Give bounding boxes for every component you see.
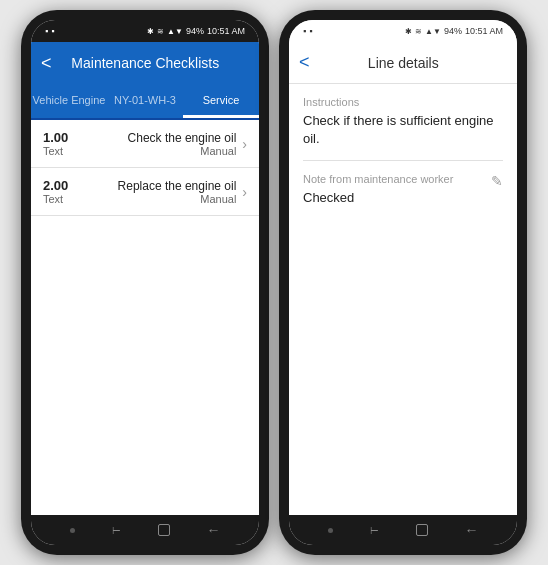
home-button-2[interactable] bbox=[416, 524, 428, 536]
sim-icon-3: ▪ bbox=[303, 26, 306, 36]
signal-icon-2: ▲▼ bbox=[425, 27, 441, 36]
content-area-2: Instructions Check if there is sufficien… bbox=[289, 84, 517, 515]
nav-dot-1 bbox=[70, 528, 75, 533]
battery-2: 94% bbox=[444, 26, 462, 36]
note-label: Note from maintenance worker bbox=[289, 161, 467, 187]
chevron-icon-2: › bbox=[242, 184, 247, 200]
tab-service[interactable]: Service bbox=[183, 84, 259, 118]
back-button-1[interactable]: < bbox=[41, 53, 52, 74]
signal-icon: ▲▼ bbox=[167, 27, 183, 36]
back-nav-button-2[interactable]: ← bbox=[465, 522, 479, 538]
header-title-2: Line details bbox=[318, 55, 489, 71]
tab-ny-01-wh-3[interactable]: NY-01-WH-3 bbox=[107, 84, 183, 118]
note-value: Checked bbox=[289, 187, 467, 219]
app-header-1: < Maintenance Checklists bbox=[31, 42, 259, 84]
sim-icon-4: ▪ bbox=[309, 26, 312, 36]
wifi-icon-2: ≋ bbox=[415, 27, 422, 36]
sim-icon-2: ▪ bbox=[51, 26, 54, 36]
item-2-type: Text bbox=[43, 193, 118, 205]
item-1-source: Manual bbox=[128, 145, 237, 157]
time-display-2: 10:51 AM bbox=[465, 26, 503, 36]
note-section-row: Note from maintenance worker Checked ✎ bbox=[289, 161, 517, 219]
instructions-label: Instructions bbox=[289, 84, 517, 110]
list-item-2[interactable]: 2.00 Text Replace the engine oil Manual … bbox=[31, 168, 259, 216]
bluetooth-icon-2: ✱ bbox=[405, 27, 412, 36]
bottom-nav-1: ⊢ ← bbox=[31, 515, 259, 545]
status-icons-left: ▪ ▪ bbox=[45, 26, 54, 36]
status-icons-right: ✱ ≋ ▲▼ 94% 10:51 AM bbox=[147, 26, 245, 36]
phone-2: ▪ ▪ ✱ ≋ ▲▼ 94% 10:51 AM < Line details I… bbox=[279, 10, 527, 555]
home-button-1[interactable] bbox=[158, 524, 170, 536]
chevron-icon-1: › bbox=[242, 136, 247, 152]
back-button-2[interactable]: < bbox=[299, 52, 310, 73]
battery-percent: 94% bbox=[186, 26, 204, 36]
back-nav-button-1[interactable]: ← bbox=[207, 522, 221, 538]
recents-button-2[interactable]: ⊢ bbox=[370, 525, 379, 536]
item-2-source: Manual bbox=[118, 193, 237, 205]
sim-icon: ▪ bbox=[45, 26, 48, 36]
status-bar-1: ▪ ▪ ✱ ≋ ▲▼ 94% 10:51 AM bbox=[31, 20, 259, 42]
content-area-1: 1.00 Text Check the engine oil Manual › … bbox=[31, 120, 259, 515]
item-1-number: 1.00 bbox=[43, 130, 128, 145]
instructions-value: Check if there is sufficient engine oil. bbox=[289, 110, 517, 160]
wifi-icon: ≋ bbox=[157, 27, 164, 36]
tab-vehicle-engine[interactable]: Vehicle Engine bbox=[31, 84, 107, 118]
bluetooth-icon: ✱ bbox=[147, 27, 154, 36]
bottom-nav-2: ⊢ ← bbox=[289, 515, 517, 545]
tab-bar-1: Vehicle Engine NY-01-WH-3 Service bbox=[31, 84, 259, 120]
list-item-1[interactable]: 1.00 Text Check the engine oil Manual › bbox=[31, 120, 259, 168]
item-1-type: Text bbox=[43, 145, 128, 157]
status-icons-right-2: ✱ ≋ ▲▼ 94% 10:51 AM bbox=[405, 26, 503, 36]
edit-icon[interactable]: ✎ bbox=[491, 161, 517, 189]
header-title-1: Maintenance Checklists bbox=[60, 55, 231, 71]
recents-button-1[interactable]: ⊢ bbox=[112, 525, 121, 536]
status-bar-2: ▪ ▪ ✱ ≋ ▲▼ 94% 10:51 AM bbox=[289, 20, 517, 42]
item-2-desc: Replace the engine oil bbox=[118, 179, 237, 193]
item-1-desc: Check the engine oil bbox=[128, 131, 237, 145]
time-display: 10:51 AM bbox=[207, 26, 245, 36]
app-header-2: < Line details bbox=[289, 42, 517, 84]
item-2-number: 2.00 bbox=[43, 178, 118, 193]
nav-dot-2 bbox=[328, 528, 333, 533]
phone-1: ▪ ▪ ✱ ≋ ▲▼ 94% 10:51 AM < Maintenance Ch… bbox=[21, 10, 269, 555]
